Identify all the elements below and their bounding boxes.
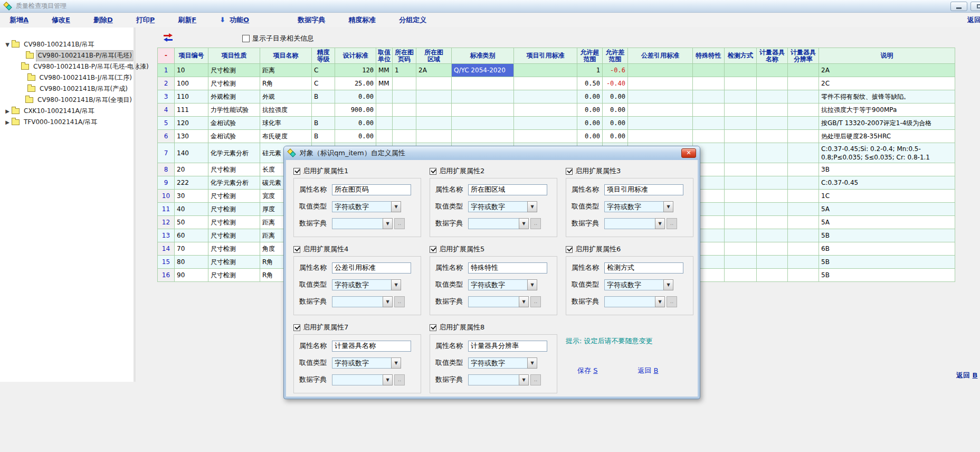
table-cell[interactable] [725,90,757,103]
toolbar-item-data-dict[interactable]: 数据字典 [298,15,325,25]
swap-columns-icon[interactable] [163,33,174,42]
table-cell[interactable] [393,77,416,90]
attr-4-name-input[interactable] [332,262,411,274]
table-cell[interactable]: 尺寸检测 [208,269,260,282]
table-cell[interactable]: 尺寸检测 [208,163,260,176]
table-cell[interactable]: 5B [819,269,955,282]
toolbar-item-group-def[interactable]: 分组定义 [399,15,426,25]
table-cell[interactable]: 尺寸检测 [208,256,260,269]
table-cell[interactable]: 25.00 [335,77,376,90]
attr-8-dict-browse-button[interactable]: .. [530,374,541,385]
attr-2-name-input[interactable] [468,184,547,195]
table-row[interactable]: 6130金相试验布氏硬度B0.000.000.00热处理后硬度28-35HRC [158,130,955,143]
attr-2-dict-browse-button[interactable]: .. [530,218,541,229]
tree-item[interactable]: ▶TFV000-1002141A/吊耳 [0,117,134,128]
column-header[interactable]: 所在图 页码 [393,48,416,64]
table-cell[interactable]: 5B [819,256,955,269]
table-cell[interactable]: 0.00 [335,90,376,103]
table-cell[interactable] [788,256,819,269]
table-cell[interactable]: 0.00 [603,90,628,103]
tree-item[interactable]: ▶CXK10-1002141A/吊耳 [0,106,134,117]
table-cell[interactable]: 1 [393,64,416,77]
table-cell[interactable] [628,103,693,117]
attr-6-type-combobox[interactable]: 字符或数字▼ [604,279,673,290]
table-cell[interactable]: MM [376,77,393,90]
table-cell[interactable] [376,90,393,103]
table-cell[interactable]: R角 [260,77,312,90]
table-cell[interactable]: 120 [175,117,208,130]
table-cell[interactable] [757,242,788,256]
table-cell[interactable] [514,64,577,77]
table-cell[interactable] [725,163,757,176]
table-cell[interactable] [416,77,452,90]
table-cell[interactable]: 0.00 [603,117,628,130]
tree-expand-icon[interactable]: ▶ [4,119,11,125]
column-header[interactable]: 设计标准 [335,48,376,64]
table-cell[interactable] [788,242,819,256]
table-cell[interactable]: 外观检测 [208,90,260,103]
table-cell[interactable]: 抗拉强度 [260,103,312,117]
table-cell[interactable] [725,143,757,163]
table-cell[interactable]: Q/YC 2054-2020 [452,64,514,77]
attr-1-type-combobox[interactable]: 字符或数字▼ [332,201,401,212]
table-cell[interactable] [452,130,514,143]
table-row[interactable]: 2100尺寸检测R角C25.00MM0.50-0.402C [158,77,955,90]
chevron-down-icon[interactable]: ▼ [663,279,673,290]
table-cell[interactable]: 13 [158,229,175,242]
table-cell[interactable] [725,242,757,256]
table-cell[interactable]: 5 [158,117,175,130]
tree-item[interactable]: CV980-1002141B/吊耳(产成) [0,83,134,95]
table-cell[interactable]: 0.00 [577,90,603,103]
table-cell[interactable] [725,103,757,117]
table-row[interactable]: 5120金相试验球化率B0.000.000.00按GB/T 13320-2007… [158,117,955,130]
attr-8-dict-combobox[interactable]: ▼ [468,374,529,385]
table-cell[interactable] [452,117,514,130]
tree-item[interactable]: ▼CV980-1002141B/吊耳 [0,39,134,50]
attr-7-type-combobox[interactable]: 字符或数字▼ [332,357,401,369]
tree-expand-icon[interactable]: ▶ [4,108,11,114]
table-cell[interactable]: -0.40 [603,77,628,90]
table-cell[interactable]: C [312,77,335,90]
attr-4-dict-browse-button[interactable]: .. [394,296,405,307]
tree-item[interactable]: CV980-1002141B/吊耳(全项目) [0,95,134,106]
table-cell[interactable]: 1 [158,64,175,77]
table-cell[interactable] [757,216,788,229]
chevron-down-icon[interactable]: ▼ [519,374,529,385]
table-cell[interactable]: 尺寸检测 [208,229,260,242]
toolbar-item-refresh[interactable]: 刷新F [178,15,196,25]
table-cell[interactable] [693,64,725,77]
table-cell[interactable]: C:0.37-0.45 [819,176,955,190]
table-cell[interactable]: 6 [158,130,175,143]
table-cell[interactable]: 9 [158,176,175,190]
attr-4-type-combobox[interactable]: 字符或数字▼ [332,279,401,290]
attr-2-type-combobox[interactable]: 字符或数字▼ [468,201,537,212]
chevron-down-icon[interactable]: ▼ [391,201,401,212]
table-cell[interactable] [376,103,393,117]
table-cell[interactable]: 化学元素分析 [208,143,260,163]
attr-1-dict-browse-button[interactable]: .. [394,218,405,229]
table-cell[interactable] [452,90,514,103]
table-cell[interactable]: 1 [577,64,603,77]
table-cell[interactable] [725,130,757,143]
table-cell[interactable] [788,190,819,203]
table-cell[interactable] [757,90,788,103]
table-cell[interactable] [514,77,577,90]
table-cell[interactable] [725,216,757,229]
table-cell[interactable] [757,176,788,190]
table-cell[interactable] [725,269,757,282]
table-cell[interactable]: 5A [819,203,955,216]
table-cell[interactable]: 30 [175,190,208,203]
chevron-down-icon[interactable]: ▼ [383,374,393,385]
table-cell[interactable]: 16 [158,269,175,282]
save-button[interactable]: 保存 S [577,366,597,375]
attr-3-dict-browse-button[interactable]: .. [667,218,677,229]
table-cell[interactable] [514,117,577,130]
table-cell[interactable]: 4 [158,103,175,117]
table-cell[interactable] [393,103,416,117]
table-cell[interactable] [725,117,757,130]
attr-3-dict-combobox[interactable]: ▼ [604,218,665,229]
column-header[interactable]: 项目引用标准 [514,48,577,64]
enable-attribute-1-checkbox[interactable] [293,168,300,175]
table-cell[interactable] [788,176,819,190]
table-cell[interactable] [416,130,452,143]
